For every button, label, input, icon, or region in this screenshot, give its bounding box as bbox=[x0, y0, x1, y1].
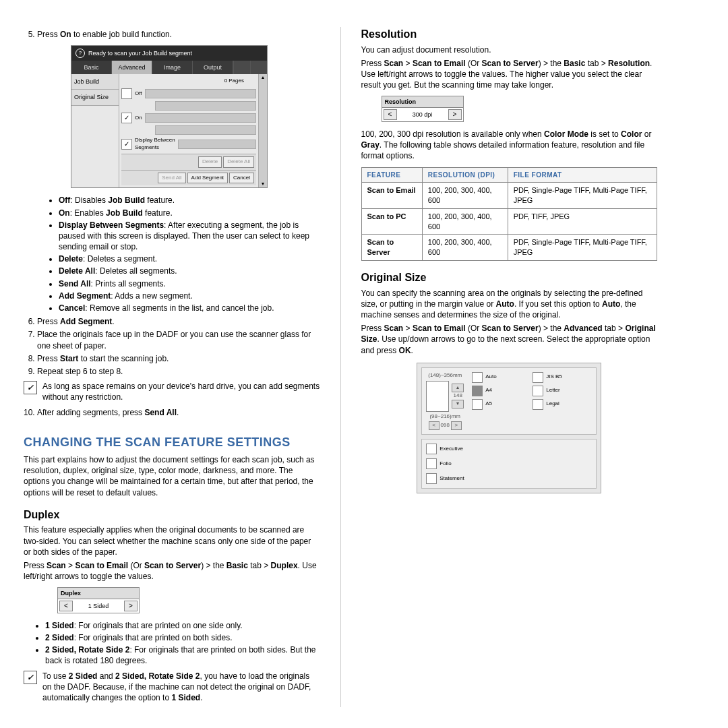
note-icon: ✓ bbox=[24, 381, 37, 394]
table-row: Scan to Email100, 200, 300, 400, 600PDF,… bbox=[361, 183, 657, 209]
page-rect-icon bbox=[426, 381, 449, 412]
opt-folio[interactable]: Folio bbox=[426, 458, 466, 469]
btn-delete-all[interactable]: Delete All bbox=[223, 156, 254, 168]
duplex-spinner: Duplex < 1 Sided > bbox=[57, 587, 140, 613]
feature-table: FEATURE RESOLUTION (DPI) FILE FORMAT Sca… bbox=[361, 167, 658, 262]
arrow-right-icon[interactable]: > bbox=[448, 109, 462, 120]
res-desc: You can adjust document resolution. bbox=[361, 44, 658, 55]
chk-on[interactable]: ✓ bbox=[121, 113, 132, 123]
opt-legal[interactable]: Legal bbox=[533, 399, 573, 410]
h-spinner[interactable]: <098> bbox=[429, 421, 462, 430]
h1-changing: CHANGING THE SCAN FEATURE SETTINGS bbox=[24, 434, 320, 450]
left-column: Press On to enable job build function. ?… bbox=[24, 27, 320, 707]
opt-jisb5[interactable]: JIS B5 bbox=[533, 372, 573, 383]
table-row: Scan to Server100, 200, 300, 400, 600PDF… bbox=[361, 235, 657, 261]
th-feature: FEATURE bbox=[361, 167, 422, 183]
res-value: 300 dpi bbox=[398, 111, 447, 119]
step-6: Press Add Segment. bbox=[37, 316, 320, 327]
table-row: Scan to PC100, 200, 300, 400, 600PDF, TI… bbox=[361, 208, 657, 235]
resolution-spinner: Resolution < 300 dpi > bbox=[382, 96, 464, 122]
column-divider bbox=[340, 27, 341, 707]
h2-resolution: Resolution bbox=[361, 27, 658, 42]
res-path: Press Scan > Scan to Email (Or Scan to S… bbox=[361, 58, 658, 91]
jb-ready-text: Ready to scan your Job Build segment bbox=[88, 49, 192, 57]
jb-header: ? Ready to scan your Job Build segment bbox=[71, 46, 267, 61]
chk-off[interactable] bbox=[121, 88, 132, 99]
step-8: Press Start to start the scanning job. bbox=[37, 353, 320, 364]
side-originalsize[interactable]: Original Size bbox=[71, 90, 119, 105]
jb-tool-2[interactable] bbox=[250, 61, 267, 74]
tab-image[interactable]: Image bbox=[152, 61, 193, 74]
jb-tabs: Basic Advanced Image Output bbox=[71, 61, 267, 74]
jb-scrollbar[interactable]: ▴▾ bbox=[258, 74, 267, 187]
arrow-left-icon[interactable]: < bbox=[59, 601, 73, 611]
btn-add-segment[interactable]: Add Segment bbox=[187, 173, 228, 184]
th-resolution: RESOLUTION (DPI) bbox=[422, 167, 508, 183]
note-segments: ✓ As long as space remains on your devic… bbox=[24, 381, 320, 402]
step-10: After adding segments, press Send All. bbox=[37, 407, 320, 418]
opt-a4[interactable]: A4 bbox=[472, 386, 512, 396]
jb-desc-list: Off: Disables Job Build feature. On: Ena… bbox=[37, 195, 320, 313]
os-preview: (148)~356mm ▴148▾ (98~216)mm <098> bbox=[426, 372, 464, 430]
step-5: Press On to enable job build function. ?… bbox=[37, 29, 320, 313]
res-note: 100, 200, 300 dpi resolution is availabl… bbox=[361, 129, 658, 162]
btn-cancel[interactable]: Cancel bbox=[229, 173, 254, 184]
duplex-desc: This feature especially applies when the… bbox=[24, 524, 320, 557]
h2-duplex: Duplex bbox=[24, 508, 320, 522]
arrow-left-icon[interactable]: < bbox=[384, 109, 397, 120]
opt-auto[interactable]: Auto bbox=[472, 372, 512, 383]
os-desc: You can specify the scanning area on the… bbox=[361, 288, 658, 321]
note-duplex: ✓ To use 2 Sided and 2 Sided, Rotate Sid… bbox=[24, 671, 320, 704]
step-9: Repeat step 6 to step 8. bbox=[37, 366, 320, 377]
jb-tool-1[interactable] bbox=[233, 61, 250, 74]
steps-list: Press On to enable job build function. ?… bbox=[24, 29, 320, 377]
opt-statement[interactable]: Statement bbox=[426, 473, 466, 484]
opt-executive[interactable]: Executive bbox=[426, 444, 466, 454]
chk-dbs[interactable]: ✓ bbox=[121, 139, 132, 150]
opt-letter[interactable]: Letter bbox=[533, 386, 573, 396]
side-jobbuild[interactable]: Job Build bbox=[71, 74, 119, 90]
tab-output[interactable]: Output bbox=[193, 61, 233, 74]
os-path: Press Scan > Scan to Email (Or Scan to S… bbox=[361, 323, 658, 356]
h2-originalsize: Original Size bbox=[361, 270, 658, 285]
th-format: FILE FORMAT bbox=[508, 167, 657, 183]
arrow-right-icon[interactable]: > bbox=[124, 601, 138, 611]
h1-desc: This part explains how to adjust the doc… bbox=[24, 454, 320, 498]
btn-send-all[interactable]: Send All bbox=[158, 173, 185, 184]
right-column: Resolution You can adjust document resol… bbox=[361, 27, 658, 707]
originalsize-panel: (148)~356mm ▴148▾ (98~216)mm <098> Auto … bbox=[417, 363, 601, 493]
jb-pages: 0 Pages bbox=[121, 76, 256, 86]
tab-advanced[interactable]: Advanced bbox=[112, 61, 152, 74]
btn-delete[interactable]: Delete bbox=[198, 156, 222, 168]
tab-basic[interactable]: Basic bbox=[71, 61, 112, 74]
jobbuild-screenshot: ? Ready to scan your Job Build segment B… bbox=[71, 45, 268, 188]
duplex-path: Press Scan > Scan to Email (Or Scan to S… bbox=[24, 560, 320, 582]
opt-a5[interactable]: A5 bbox=[472, 399, 512, 410]
jb-sidebar: Job Build Original Size bbox=[71, 74, 119, 187]
v-spinner[interactable]: ▴148▾ bbox=[452, 384, 464, 408]
duplex-value: 1 Sided bbox=[74, 602, 123, 610]
step-7: Place the originals face up in the DADF … bbox=[37, 329, 320, 351]
note-icon: ✓ bbox=[24, 671, 37, 684]
help-icon: ? bbox=[75, 49, 85, 58]
duplex-opts: 1 Sided: For originals that are printed … bbox=[24, 620, 320, 667]
